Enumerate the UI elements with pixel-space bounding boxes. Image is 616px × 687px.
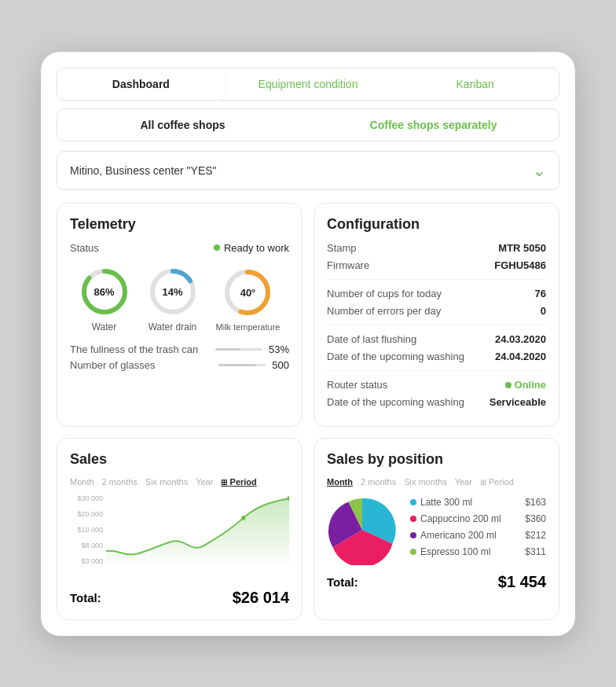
sales-by-position-section: Sales by position Month 2 months Six mon… (314, 438, 559, 620)
chevron-down-icon: ⌄ (533, 161, 546, 180)
gauge-temp: 40° Milk temperature (216, 267, 280, 332)
grid2-icon: ⊞ (480, 478, 486, 487)
configuration-section: Configuration Stamp MTR 5050 Firmware FG… (314, 203, 559, 427)
status-dot (214, 244, 220, 251)
config-firmware-value: FGHU5486 (494, 259, 546, 271)
gauges-row: 86% Water 14% Water drain (70, 266, 289, 332)
sbp-total: Total: $1 454 (327, 573, 546, 591)
grid-icon: ⊞ (221, 478, 227, 487)
espresso-value: $311 (525, 546, 546, 557)
tab-dashboard[interactable]: Dashboard (57, 68, 225, 100)
config-cups-value: 76 (535, 288, 546, 299)
sbp-period-year[interactable]: Year (455, 477, 472, 487)
sales-total-value: $26 014 (233, 589, 289, 607)
config-upcoming-wash-value: 24.04.2020 (495, 351, 546, 362)
tab-kanban[interactable]: Kanban (391, 68, 559, 100)
pie-legend: Latte 300 ml $163 Cappuccino 200 ml $360 (410, 497, 546, 563)
main-card: Dashboard Equipment condition Kanban All… (41, 52, 575, 636)
cappuccino-dot (410, 516, 416, 522)
period-2months[interactable]: 2 months (102, 477, 138, 487)
latte-value: $163 (525, 497, 546, 508)
sales-title: Sales (70, 451, 289, 468)
config-errors: Number of errors per day 0 (327, 305, 546, 317)
tabs-row-1: Dashboard Equipment condition Kanban (57, 68, 559, 101)
tab-equipment[interactable]: Equipment condition (225, 68, 392, 100)
period-period[interactable]: ⊞ Period (221, 477, 256, 487)
config-router-label: Router status (327, 379, 387, 391)
legend-latte: Latte 300 ml $163 (410, 497, 546, 508)
telemetry-section: Telemetry Status Ready to work (57, 203, 302, 427)
config-cups: Number of cups for today 76 (327, 288, 546, 299)
legend-americano: Americano 200 ml $212 (410, 530, 546, 541)
americano-label: Americano 200 ml (420, 530, 497, 541)
config-serviceable: Date of the upcoming washing Serviceable (327, 396, 546, 408)
config-stamp: Stamp MTR 5050 (327, 242, 546, 254)
period-year[interactable]: Year (196, 477, 213, 487)
sales-chart: $30 000 $20 000 $10 000 $8 000 $3 000 (70, 494, 289, 581)
tabs-row-2: All coffee shops Coffee shops separately (57, 108, 559, 141)
config-stamp-value: MTR 5050 (498, 242, 546, 254)
online-icon (505, 382, 512, 388)
config-firmware-label: Firmware (327, 259, 369, 271)
svg-point-6 (241, 516, 245, 520)
status-row: Status Ready to work (70, 242, 289, 254)
config-firmware: Firmware FGHU5486 (327, 259, 546, 271)
americano-value: $212 (525, 530, 546, 541)
sbp-period-row: Month 2 months Six months Year ⊞ Period (327, 477, 546, 487)
gauge-drain-value: 14% (163, 285, 183, 297)
sbp-period-period[interactable]: ⊞ Period (480, 477, 514, 487)
sbp-total-value: $1 454 (498, 573, 546, 591)
legend-cappuccino: Cappuccino 200 ml $360 (410, 513, 546, 524)
config-serviceable-label: Date of the upcoming washing (327, 396, 464, 408)
sbp-period-month[interactable]: Month (327, 477, 353, 487)
config-errors-value: 0 (541, 305, 546, 317)
config-stamp-label: Stamp (327, 242, 357, 254)
gauge-temp-label: Milk temperature (216, 322, 280, 332)
tab-shops-separately[interactable]: Coffee shops separately (308, 109, 559, 141)
period-month[interactable]: Month (70, 477, 94, 487)
config-last-flush: Date of last flushing 24.03.2020 (327, 333, 546, 345)
status-value: Ready to work (214, 242, 289, 254)
config-errors-label: Number of errors per day (327, 305, 441, 317)
gauge-water: 86% Water (79, 266, 130, 332)
location-bar[interactable]: Mitino, Business center "YES" ⌄ (57, 151, 559, 190)
period-sixmonths[interactable]: Six months (145, 477, 188, 487)
gauge-water-value: 86% (94, 285, 114, 297)
trash-value: 53% (269, 344, 289, 355)
sbp-period-six[interactable]: Six months (404, 477, 446, 487)
cappuccino-label: Cappuccino 200 ml (420, 513, 501, 524)
sales-total-label: Total: (70, 591, 101, 604)
config-serviceable-value: Serviceable (490, 396, 546, 408)
sales-chart-svg (106, 494, 289, 565)
config-upcoming-wash-label: Date of the upcoming washing (327, 351, 464, 362)
gauge-temp-value: 40° (240, 286, 256, 298)
espresso-dot (410, 549, 416, 555)
location-text: Mitino, Business center "YES" (70, 164, 217, 177)
trash-stat: The fullness of the trash can 53% (70, 344, 289, 355)
config-title: Configuration (327, 216, 546, 233)
gauge-water-label: Water (92, 321, 117, 332)
pie-chart-svg (327, 494, 398, 565)
americano-dot (410, 532, 416, 538)
config-cups-label: Number of cups for today (327, 288, 442, 299)
latte-label: Latte 300 ml (420, 497, 472, 508)
sbp-total-label: Total: (327, 575, 358, 589)
espresso-label: Espresso 100 ml (420, 546, 490, 557)
glasses-value: 500 (272, 359, 289, 371)
latte-dot (410, 499, 416, 505)
config-last-flush-value: 24.03.2020 (495, 333, 546, 345)
telemetry-title: Telemetry (70, 216, 289, 233)
cappuccino-value: $360 (525, 513, 546, 524)
glasses-label: Number of glasses (70, 359, 155, 371)
sales-period-row: Month 2 months Six months Year ⊞ Period (70, 477, 289, 487)
trash-label: The fullness of the trash can (70, 344, 198, 355)
config-upcoming-wash: Date of the upcoming washing 24.04.2020 (327, 351, 546, 362)
gauge-drain: 14% Water drain (148, 266, 198, 332)
sbp-title: Sales by position (327, 451, 546, 468)
sales-section: Sales Month 2 months Six months Year ⊞ P… (57, 438, 302, 620)
sbp-period-2months[interactable]: 2 months (361, 477, 396, 487)
config-last-flush-label: Date of last flushing (327, 333, 416, 345)
tab-all-shops[interactable]: All coffee shops (57, 109, 308, 141)
glasses-stat: Number of glasses 500 (70, 359, 289, 371)
status-label: Status (70, 242, 99, 254)
